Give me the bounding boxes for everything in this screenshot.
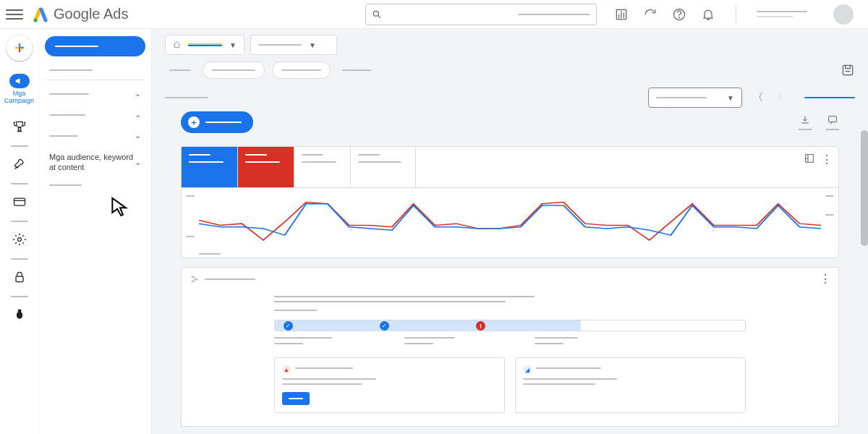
- panel-item[interactable]: ⌄: [45, 104, 145, 125]
- svg-line-2: [378, 15, 380, 17]
- filter-bar: [152, 56, 868, 84]
- rail-placeholder: [11, 296, 28, 297]
- refresh-icon[interactable]: [643, 7, 658, 22]
- tree-icon: [190, 275, 199, 284]
- card-icon[interactable]: [12, 195, 27, 209]
- download-icon: [799, 114, 811, 126]
- caret-down-icon: ▼: [229, 41, 237, 49]
- line-chart: [199, 194, 821, 252]
- main-content: ▼ ▼ ▼ 〈 〉 ＋: [152, 29, 868, 434]
- more-icon[interactable]: ⋮: [820, 272, 831, 286]
- rail-campaigns[interactable]: Mga Campaign: [0, 69, 38, 109]
- feedback-icon: [827, 114, 838, 126]
- panel-audience[interactable]: Mga audience, keyword at content⌄: [45, 146, 145, 179]
- bug-icon[interactable]: [12, 307, 27, 322]
- svg-point-0: [34, 18, 38, 22]
- svg-rect-16: [16, 276, 23, 282]
- rail-campaigns-label: Mga Campaign: [0, 90, 38, 105]
- card-header: [187, 273, 833, 285]
- account-selector[interactable]: ▼: [165, 35, 244, 55]
- next-period: 〉: [774, 89, 791, 106]
- rail-placeholder: [11, 183, 28, 184]
- avatar[interactable]: [833, 4, 854, 25]
- metric-tabs: ⋮: [182, 147, 838, 188]
- scope-bar: ▼ ▼: [152, 29, 868, 56]
- search-hint: [518, 14, 590, 15]
- help-icon[interactable]: [672, 7, 686, 22]
- search-icon: [372, 9, 382, 20]
- lock-icon[interactable]: [12, 270, 27, 284]
- megaphone-icon: [14, 76, 25, 86]
- scrollbar[interactable]: [861, 29, 868, 434]
- caret-down-icon: ▼: [309, 41, 316, 49]
- chevron-down-icon: ⌄: [135, 158, 141, 167]
- metric-tab-1[interactable]: [182, 147, 238, 187]
- expand-icon[interactable]: [804, 153, 815, 164]
- brand-text: Google Ads: [54, 6, 128, 22]
- svg-rect-19: [843, 65, 852, 75]
- side-panel: ⌄ ⌄ ⌄ Mga audience, keyword at content⌄: [39, 29, 152, 434]
- filter-chip[interactable]: [203, 61, 265, 79]
- prev-period[interactable]: 〈: [749, 89, 767, 106]
- chart-icon: ◢: [523, 365, 532, 374]
- bell-icon[interactable]: [701, 7, 715, 22]
- page-title: [165, 97, 208, 98]
- panel-item[interactable]: ⌄: [45, 83, 145, 104]
- svg-point-23: [192, 281, 193, 282]
- apply-button[interactable]: [282, 392, 310, 405]
- rail-placeholder: [11, 221, 28, 222]
- divider: [736, 6, 736, 23]
- metric-tab-2[interactable]: [238, 147, 294, 187]
- scroll-thumb[interactable]: [861, 130, 868, 246]
- panel-active-item[interactable]: [45, 36, 145, 56]
- caret-down-icon: ▼: [727, 94, 734, 102]
- recommendation-item[interactable]: ▲: [274, 357, 505, 413]
- panel-item[interactable]: [45, 64, 145, 77]
- create-button[interactable]: [7, 35, 33, 61]
- gear-icon[interactable]: [12, 232, 27, 247]
- tools-icon[interactable]: [12, 157, 27, 171]
- svg-rect-20: [829, 116, 837, 122]
- recommendation-item[interactable]: ◢: [515, 357, 746, 413]
- rail-placeholder: [11, 258, 28, 260]
- brand-logo[interactable]: Google Ads: [32, 6, 128, 23]
- feedback-button[interactable]: [826, 114, 839, 130]
- panel-item[interactable]: ⌄: [45, 125, 145, 146]
- chevron-down-icon: ⌄: [135, 89, 141, 98]
- alert-badge: [476, 321, 485, 331]
- insights-icon[interactable]: [614, 7, 629, 22]
- account-label[interactable]: [757, 11, 807, 17]
- filter-chip[interactable]: [272, 61, 331, 79]
- trophy-icon[interactable]: [12, 119, 27, 134]
- search-box[interactable]: [365, 4, 597, 25]
- add-filter[interactable]: [338, 61, 375, 79]
- recommendations-card: ⋮ ▲: [181, 267, 839, 427]
- download-button[interactable]: [799, 114, 812, 130]
- chart-card: ⋮: [181, 146, 839, 258]
- panel-item[interactable]: [45, 179, 145, 192]
- metric-tab-3[interactable]: [294, 147, 351, 187]
- campaign-selector[interactable]: ▼: [250, 35, 337, 55]
- filter-label: [165, 61, 195, 79]
- menu-icon[interactable]: [6, 6, 23, 23]
- new-button[interactable]: ＋: [181, 111, 253, 133]
- card-mini-actions: [799, 114, 839, 130]
- top-header: Google Ads: [0, 0, 868, 29]
- toolbar: ▼ 〈 〉: [152, 84, 868, 111]
- svg-rect-13: [14, 198, 25, 205]
- chevron-down-icon: ⌄: [135, 131, 141, 140]
- date-range-selector[interactable]: ▼: [648, 88, 742, 108]
- more-icon[interactable]: ⋮: [821, 153, 833, 166]
- metric-tab-4[interactable]: [351, 147, 416, 187]
- svg-point-24: [196, 278, 197, 280]
- ads-logo-icon: [32, 6, 49, 23]
- svg-point-22: [192, 276, 193, 278]
- svg-point-1: [373, 11, 378, 16]
- save-icon[interactable]: [841, 63, 855, 77]
- compare-link[interactable]: [804, 97, 855, 98]
- search-input[interactable]: [382, 9, 518, 20]
- nav-rail: Mga Campaign: [0, 29, 39, 434]
- rail-placeholder: [11, 145, 28, 147]
- check-badge: [380, 321, 389, 331]
- plus-icon: [13, 41, 26, 54]
